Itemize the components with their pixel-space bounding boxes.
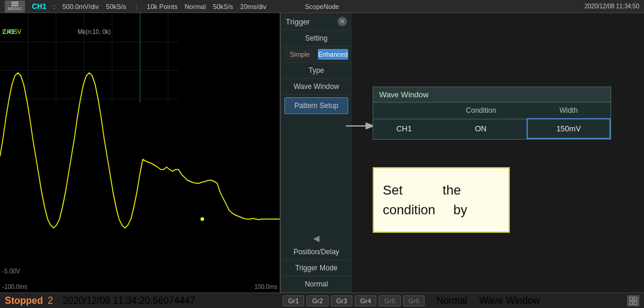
- wave-window-item[interactable]: Wave Window: [281, 79, 352, 95]
- gr2-tab[interactable]: Gr2: [306, 295, 328, 306]
- gr4-tab[interactable]: Gr4: [355, 295, 376, 306]
- bottom-bar: Stopped 2 2020/12/08 11:34:20.56074447 G…: [0, 292, 644, 308]
- ch1-condition-value[interactable]: ON: [435, 119, 527, 138]
- cursor-label: Mk(n:10, 0k): [78, 29, 111, 35]
- sample-rate2: 50kS/s: [213, 3, 233, 10]
- mode-buttons: Simple Enhanced: [281, 47, 352, 63]
- top-bar-divider: |: [135, 3, 137, 10]
- trigger-mode-item[interactable]: Trigger Mode: [281, 260, 352, 276]
- close-button[interactable]: ✕: [338, 17, 347, 26]
- scroll-left-indicator: ◀: [281, 232, 352, 244]
- gr6-tab[interactable]: Gr6: [403, 295, 425, 306]
- gr5-tab[interactable]: Gr5: [379, 295, 400, 306]
- ch1-width-value[interactable]: 150mV: [527, 119, 610, 138]
- time-per-div: 20ms/div: [240, 3, 267, 10]
- condition-popup: Set the condition by: [373, 167, 510, 233]
- enhanced-button[interactable]: Enhanced: [318, 49, 349, 60]
- svg-rect-26: [634, 301, 637, 304]
- sample-rate: 50kS/s: [106, 3, 126, 10]
- wave-window-bottom-label: Wave Window: [479, 295, 540, 306]
- wave-window-popup: Wave Window Condition Width CH1 ON 150mV: [373, 87, 611, 140]
- gr3-tab[interactable]: Gr3: [331, 295, 352, 306]
- wave-window-table: Condition Width CH1 ON 150mV: [373, 103, 611, 139]
- normal-bottom-label: Normal: [436, 295, 467, 306]
- waveform: [0, 13, 280, 292]
- grid-icon[interactable]: [627, 295, 639, 306]
- timestamp-label: 2020/12/08 11:34:20.56074447: [63, 295, 195, 306]
- by-label: by: [453, 202, 467, 217]
- svg-rect-25: [630, 301, 633, 304]
- mode-label: Normal: [185, 3, 206, 10]
- type-item[interactable]: Type: [281, 63, 352, 79]
- normal-item[interactable]: Normal: [281, 276, 352, 292]
- time-start: -100.0ms: [2, 284, 27, 290]
- set-label: Set: [383, 183, 402, 198]
- top-bar-left: MENU CH1 : 500.0mV/div 50kS/s | 10k Poin…: [5, 1, 267, 13]
- gr1-tab[interactable]: Gr1: [283, 295, 304, 306]
- pattern-setup-button[interactable]: Pattern Setup: [284, 97, 348, 114]
- simple-button[interactable]: Simple: [284, 49, 315, 60]
- the-label: the: [442, 183, 461, 198]
- col-header-width: Width: [527, 103, 610, 119]
- channel-label: CH1: [32, 2, 47, 11]
- voltage-bottom: -5.00V: [2, 268, 20, 275]
- wave-window-title: Wave Window: [373, 87, 611, 103]
- tab-group: Gr1 Gr2 Gr3 Gr4 Gr5 Gr6: [283, 295, 425, 306]
- voltage-per-div: 500.0mV/div: [63, 3, 99, 10]
- col-header-empty: [373, 103, 435, 119]
- top-bar: MENU CH1 : 500.0mV/div 50kS/s | 10k Poin…: [0, 0, 644, 13]
- condition-label: condition: [383, 202, 435, 217]
- trigger-header: Trigger ✕: [281, 13, 352, 30]
- col-header-condition: Condition: [435, 103, 527, 119]
- app-title: ScopeNode: [305, 3, 339, 10]
- ch1-row: CH1 ON 150mV: [373, 119, 610, 138]
- datetime: 2020/12/08 11:34:50: [584, 3, 639, 10]
- trigger-panel: Trigger ✕ Setting Simple Enhanced Type W…: [280, 13, 352, 292]
- condition-line1: Set the: [383, 180, 500, 200]
- points-label: 10k Points: [147, 3, 177, 10]
- trigger-label: Trigger: [286, 17, 310, 26]
- voltage-div: :: [54, 3, 55, 10]
- menu-button[interactable]: MENU: [5, 1, 25, 13]
- time-end: 100.0ms: [255, 284, 277, 290]
- ch1-row-label: CH1: [373, 119, 435, 138]
- svg-rect-23: [630, 297, 633, 300]
- status-number: 2: [48, 295, 53, 306]
- voltage-marker: 2.495V: [2, 29, 21, 35]
- scope-area: CH1 2.495V Mk(n:10, 0k) -100.0ms 100.0ms…: [0, 13, 280, 292]
- svg-point-20: [200, 217, 204, 221]
- svg-rect-24: [634, 297, 637, 300]
- condition-line2: condition by: [383, 200, 500, 220]
- setting-item[interactable]: Setting: [281, 30, 352, 47]
- status-stopped: Stopped: [5, 295, 43, 306]
- position-delay-item[interactable]: Position/Delay: [281, 244, 352, 260]
